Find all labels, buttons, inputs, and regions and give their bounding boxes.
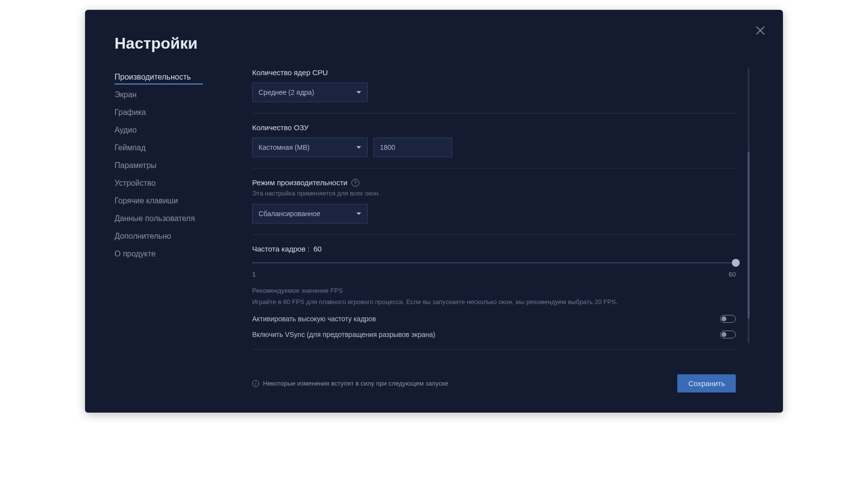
sidebar-item-gamepad[interactable]: Геймпад xyxy=(115,139,242,157)
fps-min: 1 xyxy=(252,271,256,278)
sidebar: Производительность Экран Графика Аудио Г… xyxy=(115,68,252,392)
vsync-toggle[interactable] xyxy=(720,331,736,338)
fps-value: 60 xyxy=(314,245,322,253)
perf-mode-value: Сбалансированное xyxy=(259,210,320,218)
sidebar-item-device[interactable]: Устройство xyxy=(115,174,242,192)
settings-modal: Настройки Производительность Экран Графи… xyxy=(85,10,783,413)
sidebar-item-audio[interactable]: Аудио xyxy=(115,121,242,139)
cpu-section: Количество ядер CPU Среднее (2 ядра) xyxy=(252,68,736,113)
footer-note-text: Некоторые изменения вступят в силу при с… xyxy=(263,380,448,387)
close-icon xyxy=(753,24,767,37)
fps-section: Частота кадров : 60 1 60 Реком xyxy=(252,245,736,350)
chevron-down-icon xyxy=(356,91,361,94)
fps-label: Частота кадров : 60 xyxy=(252,245,736,253)
sidebar-item-params[interactable]: Параметры xyxy=(115,157,242,174)
sidebar-item-display[interactable]: Экран xyxy=(115,86,242,104)
slider-track xyxy=(252,262,736,263)
ram-mode-dropdown[interactable]: Кастомная (MB) xyxy=(252,138,368,157)
sidebar-item-performance[interactable]: Производительность xyxy=(115,68,242,86)
chevron-down-icon xyxy=(356,213,361,215)
vsync-label: Включить VSync (для предотвращения разры… xyxy=(252,331,435,338)
high-fps-toggle[interactable] xyxy=(720,315,736,323)
page-title: Настройки xyxy=(115,34,753,53)
ram-section: Количество ОЗУ Кастомная (MB) xyxy=(252,123,736,168)
ram-value-input[interactable] xyxy=(374,138,452,157)
save-button[interactable]: Сохранить xyxy=(677,374,736,392)
help-icon[interactable]: ? xyxy=(351,179,359,187)
scrollbar[interactable] xyxy=(748,68,750,343)
vsync-row: Включить VSync (для предотвращения разры… xyxy=(252,331,736,338)
fps-hint-text: Играйте в 60 FPS для плавного игрового п… xyxy=(252,297,736,307)
high-fps-label: Активировать высокую частоту кадров xyxy=(252,315,376,323)
perf-mode-label-text: Режим производительности xyxy=(252,178,347,187)
cpu-dropdown[interactable]: Среднее (2 ядра) xyxy=(252,83,368,102)
perf-mode-label: Режим производительности ? xyxy=(252,178,736,187)
ram-label: Количество ОЗУ xyxy=(252,123,736,132)
close-button[interactable] xyxy=(753,24,767,37)
chevron-down-icon xyxy=(356,146,361,149)
fps-label-prefix: Частота кадров : xyxy=(252,245,310,253)
scroll-area: Количество ядер CPU Среднее (2 ядра) Кол… xyxy=(252,68,753,364)
scrollbar-thumb[interactable] xyxy=(748,152,750,319)
sidebar-item-graphics[interactable]: Графика xyxy=(115,104,242,121)
slider-range-labels: 1 60 xyxy=(252,271,736,278)
fps-hint-title: Рекомендуемое значение FPS xyxy=(252,287,736,294)
fps-max: 60 xyxy=(729,271,736,278)
sidebar-item-hotkeys[interactable]: Горячие клавиши xyxy=(115,192,242,210)
main-panel: Количество ядер CPU Среднее (2 ядра) Кол… xyxy=(252,68,753,392)
cpu-dropdown-value: Среднее (2 ядра) xyxy=(259,88,314,96)
footer-note: i Некоторые изменения вступят в силу при… xyxy=(252,380,448,387)
perf-mode-sub: Эта настройка применяется для всех окон. xyxy=(252,190,736,197)
footer: i Некоторые изменения вступят в силу при… xyxy=(252,364,753,392)
perf-mode-section: Режим производительности ? Эта настройка… xyxy=(252,178,736,235)
sidebar-item-advanced[interactable]: Дополнительно xyxy=(115,227,242,245)
info-icon: i xyxy=(252,380,259,387)
slider-thumb[interactable] xyxy=(732,259,740,267)
fps-slider[interactable] xyxy=(252,259,736,267)
sidebar-item-userdata[interactable]: Данные пользователя xyxy=(115,210,242,227)
sidebar-item-about[interactable]: О продукте xyxy=(115,245,242,263)
high-fps-row: Активировать высокую частоту кадров xyxy=(252,315,736,323)
cpu-label: Количество ядер CPU xyxy=(252,68,736,77)
perf-mode-dropdown[interactable]: Сбалансированное xyxy=(252,204,368,224)
ram-mode-value: Кастомная (MB) xyxy=(259,143,310,151)
